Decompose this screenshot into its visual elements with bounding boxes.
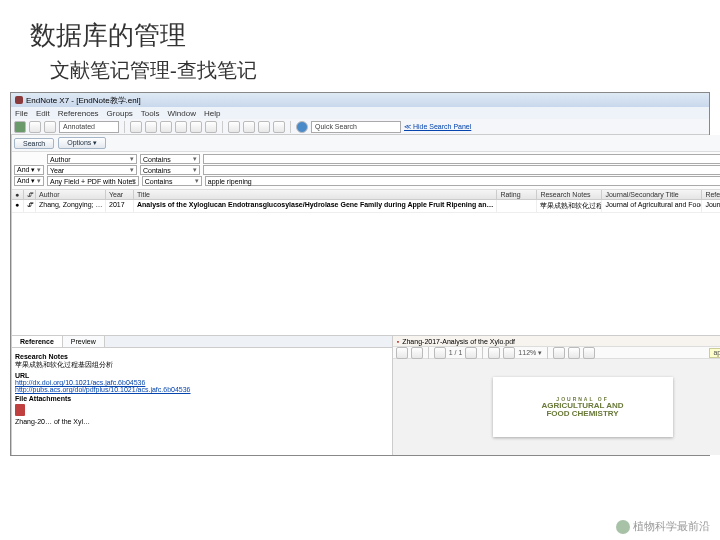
pdf-tab-icon: ▪	[397, 338, 399, 345]
op-select[interactable]: Contains	[142, 176, 202, 186]
slide-subtitle: 文献笔记管理-查找笔记	[0, 57, 720, 92]
pdf-tool-icon[interactable]	[553, 347, 565, 359]
search-row-3: And ▾ Any Field + PDF with Notes Contain…	[14, 176, 720, 186]
tool-icon[interactable]	[190, 121, 202, 133]
pdf-prev-icon[interactable]	[434, 347, 446, 359]
pdf-tool-icon[interactable]	[583, 347, 595, 359]
field-select[interactable]: Author	[47, 154, 137, 164]
pdf-tab-title[interactable]: Zhang-2017-Analysis of the Xylo.pdf	[402, 338, 515, 345]
window-title: EndNote X7 - [EndNote教学.enl]	[26, 95, 141, 106]
col-rating[interactable]: Rating	[497, 190, 537, 199]
zoom-out-icon[interactable]	[488, 347, 500, 359]
tool-icon[interactable]	[258, 121, 270, 133]
tool-icon[interactable]	[205, 121, 217, 133]
tool-icon[interactable]	[175, 121, 187, 133]
menu-window[interactable]: Window	[168, 109, 196, 118]
zoom-level[interactable]: 112% ▾	[518, 349, 542, 357]
pdf-page: JOURNAL OF AGRICULTURAL AND FOOD CHEMIST…	[493, 377, 673, 437]
menu-groups[interactable]: Groups	[107, 109, 133, 118]
search-toolbar: Search Options ▾ Search	[12, 135, 720, 152]
pdf-search-input[interactable]: apple ripening	[709, 348, 720, 358]
col-journal[interactable]: Journal/Secondary Title	[602, 190, 702, 199]
url-1[interactable]: http://dx.doi.org/10.1021/acs.jafc.6b045…	[15, 379, 389, 386]
menu-references[interactable]: References	[58, 109, 99, 118]
mode-online-icon[interactable]	[29, 121, 41, 133]
search-row-1: Author Contains +-	[14, 154, 720, 164]
col-author[interactable]: Author	[36, 190, 106, 199]
url-2[interactable]: http://pubs.acs.org/doi/pdfplus/10.1021/…	[15, 386, 389, 393]
search-value-input[interactable]: apple ripening	[205, 176, 720, 186]
search-rows: Author Contains +- And ▾ Year Contains +…	[12, 152, 720, 190]
col-attach[interactable]: 🖇	[24, 190, 36, 199]
op-select[interactable]: Contains	[140, 165, 200, 175]
endnote-window: EndNote X7 - [EndNote教学.enl] File Edit R…	[10, 92, 710, 456]
slide-title: 数据库的管理	[0, 0, 720, 57]
help-icon[interactable]	[296, 121, 308, 133]
toolbar: Annotated Quick Search ≪ Hide Search Pan…	[11, 119, 709, 135]
zoom-in-icon[interactable]	[503, 347, 515, 359]
menu-help[interactable]: Help	[204, 109, 220, 118]
menu-edit[interactable]: Edit	[36, 109, 50, 118]
pdf-print-icon[interactable]	[411, 347, 423, 359]
titlebar: EndNote X7 - [EndNote教学.enl]	[11, 93, 709, 107]
menubar: File Edit References Groups Tools Window…	[11, 107, 709, 119]
url-label: URL	[15, 372, 389, 379]
pdf-preview: ▪ Zhang-2017-Analysis of the Xylo.pdf ▾ …	[393, 336, 720, 455]
app-icon	[15, 96, 23, 104]
menu-file[interactable]: File	[15, 109, 28, 118]
file-attachments-label: File Attachments	[15, 395, 389, 402]
watermark: 植物科学最前沿	[616, 519, 710, 534]
table-body: ● 🖇 Zhang, Zongying; … 2017 Analysis of …	[12, 200, 720, 335]
quick-search-input[interactable]: Quick Search	[311, 121, 401, 133]
pdf-icon[interactable]	[15, 404, 25, 416]
pdf-toolbar: 1 / 1 112% ▾ apple ripening	[393, 347, 720, 359]
search-row-2: And ▾ Year Contains +-	[14, 165, 720, 175]
menu-tools[interactable]: Tools	[141, 109, 160, 118]
pdf-viewport[interactable]: JOURNAL OF AGRICULTURAL AND FOOD CHEMIST…	[393, 359, 720, 455]
reference-panel: Reference Preview Research Notes 苹果成熟和软化…	[12, 336, 393, 455]
op-select[interactable]: Contains	[140, 154, 200, 164]
pdf-page-indicator: 1 / 1	[449, 349, 463, 356]
search-value-input[interactable]	[203, 165, 720, 175]
tool-icon[interactable]	[273, 121, 285, 133]
col-notes[interactable]: Research Notes	[537, 190, 602, 199]
hide-search-panel-link[interactable]: ≪ Hide Search Panel	[404, 123, 471, 131]
tab-preview[interactable]: Preview	[63, 336, 105, 347]
pdf-tool-icon[interactable]	[568, 347, 580, 359]
search-value-input[interactable]	[203, 154, 720, 164]
mode-integrated-icon[interactable]	[44, 121, 56, 133]
bool-select[interactable]: And ▾	[14, 176, 44, 186]
pdf-next-icon[interactable]	[465, 347, 477, 359]
col-title[interactable]: Title	[134, 190, 497, 199]
tool-icon[interactable]	[160, 121, 172, 133]
col-read[interactable]: ●	[12, 190, 24, 199]
tool-icon[interactable]	[145, 121, 157, 133]
attachment-filename[interactable]: Zhang-20… of the Xyl…	[15, 418, 389, 425]
mode-local-icon[interactable]	[14, 121, 26, 133]
tool-icon[interactable]	[243, 121, 255, 133]
col-year[interactable]: Year	[106, 190, 134, 199]
field-select[interactable]: Any Field + PDF with Notes	[47, 176, 139, 186]
tool-icon[interactable]	[228, 121, 240, 133]
field-select[interactable]: Year	[47, 165, 137, 175]
output-style-combo[interactable]: Annotated	[59, 121, 119, 133]
watermark-icon	[616, 520, 630, 534]
research-notes-label: Research Notes	[15, 353, 389, 360]
table-header: ● 🖇 Author Year Title Rating Research No…	[12, 190, 720, 200]
tab-reference[interactable]: Reference	[12, 336, 63, 347]
research-notes-value[interactable]: 苹果成熟和软化过程基因组分析	[15, 360, 389, 370]
search-button[interactable]: Search	[14, 138, 54, 149]
pdf-save-icon[interactable]	[396, 347, 408, 359]
options-button[interactable]: Options ▾	[58, 137, 106, 149]
col-reftype[interactable]: Reference Type	[702, 190, 720, 199]
bool-select[interactable]: And ▾	[14, 165, 44, 175]
table-row[interactable]: ● 🖇 Zhang, Zongying; … 2017 Analysis of …	[12, 200, 720, 213]
tool-icon[interactable]	[130, 121, 142, 133]
